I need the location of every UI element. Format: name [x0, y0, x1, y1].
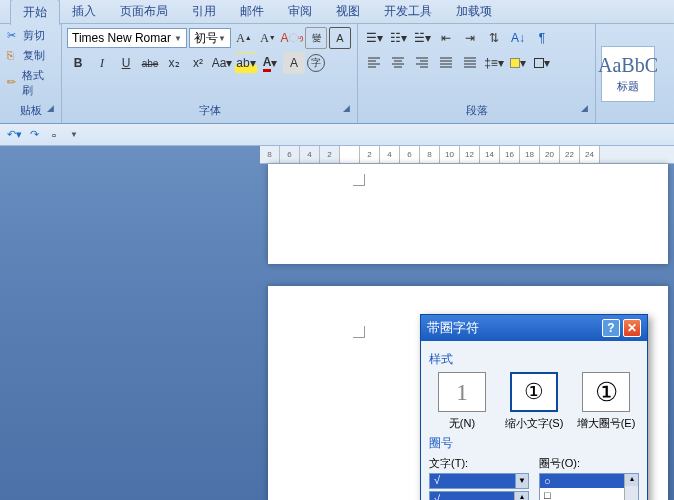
group-styles: AaBbC 标题 [596, 24, 674, 123]
sort-button[interactable]: A↓ [507, 27, 529, 49]
align-justify-button[interactable] [435, 52, 457, 74]
bullets-button[interactable]: ☰▾ [363, 27, 385, 49]
chevron-down-icon[interactable]: ▼ [515, 473, 529, 489]
margin-corner-icon [353, 174, 365, 186]
new-doc-button[interactable]: ▫ [46, 127, 62, 143]
indent-inc-button[interactable]: ⇥ [459, 27, 481, 49]
char-shading-button[interactable]: A [283, 52, 305, 74]
italic-button[interactable]: I [91, 52, 113, 74]
font-color-button[interactable]: A▾ [259, 52, 281, 74]
bold-button[interactable]: B [67, 52, 89, 74]
para-launcher-icon[interactable]: ◢ [581, 103, 588, 113]
enclosed-char-dialog: 带圈字符 ? ✕ 样式 1 无(N) ① 缩小文字(S) ① 增大圈号(E) [420, 314, 648, 500]
style-shrink[interactable]: ① 缩小文字(S) [501, 372, 567, 431]
format-painter-button[interactable]: 格式刷 [5, 67, 56, 99]
ribbon-tabs: 开始 插入 页面布局 引用 邮件 审阅 视图 开发工具 加载项 [0, 0, 674, 24]
change-case-button[interactable]: Aa▾ [211, 52, 233, 74]
style-label: 标题 [617, 79, 639, 94]
font-launcher-icon[interactable]: ◢ [343, 103, 350, 113]
font-size-select[interactable]: 初号▼ [189, 28, 231, 48]
enclosure-field-label: 圈号(O): [539, 456, 639, 471]
scissors-icon [7, 29, 21, 43]
dialog-title: 带圈字符 [427, 319, 479, 337]
workspace: 8 6 4 2 2 4 6 8 10 12 14 16 18 20 22 24 … [0, 146, 674, 500]
clipboard-launcher-icon[interactable]: ◢ [47, 103, 54, 113]
margin-corner-icon [353, 326, 365, 338]
style-shrink-glyph: ① [510, 372, 558, 412]
group-paragraph-title: 段落◢ [363, 101, 590, 120]
style-none[interactable]: 1 无(N) [429, 372, 495, 431]
shrink-font-button[interactable]: A▼ [257, 27, 279, 49]
numbering-button[interactable]: ☷▾ [387, 27, 409, 49]
tab-layout[interactable]: 页面布局 [108, 0, 180, 24]
tab-home[interactable]: 开始 [10, 0, 60, 25]
subscript-button[interactable]: x₂ [163, 52, 185, 74]
line-spacing-button[interactable]: ‡≡▾ [483, 52, 505, 74]
align-distrib-button[interactable] [459, 52, 481, 74]
style-sample: AaBbC [598, 54, 658, 77]
close-button[interactable]: ✕ [623, 319, 641, 337]
undo-button[interactable]: ↶▾ [6, 127, 22, 143]
tab-mail[interactable]: 邮件 [228, 0, 276, 24]
copy-icon [7, 49, 21, 63]
text-listbox[interactable]: √ 1 A ▴▾ [429, 491, 529, 500]
copy-label: 复制 [23, 48, 45, 63]
tab-addins[interactable]: 加载项 [444, 0, 504, 24]
group-paragraph: ☰▾ ☷▾ ☱▾ ⇤ ⇥ ⇅ A↓ ¶ ‡≡▾ ▾ ▾ 段落◢ [358, 24, 596, 123]
qat-more-button[interactable]: ▼ [66, 127, 82, 143]
phonetic-button[interactable]: 變 [305, 27, 327, 49]
tab-insert[interactable]: 插入 [60, 0, 108, 24]
shading-button[interactable]: ▾ [507, 52, 529, 74]
text-combo[interactable]: √ ▼ [429, 473, 529, 489]
redo-button[interactable]: ↷ [26, 127, 42, 143]
borders-button[interactable]: ▾ [531, 52, 553, 74]
superscript-button[interactable]: x² [187, 52, 209, 74]
list-item[interactable]: □ [540, 488, 624, 500]
align-center-button[interactable] [387, 52, 409, 74]
cut-button[interactable]: 剪切 [5, 27, 56, 44]
scrollbar[interactable]: ▴▾ [624, 474, 638, 500]
align-left-button[interactable] [363, 52, 385, 74]
show-marks-button[interactable]: ¶ [531, 27, 553, 49]
tab-ref[interactable]: 引用 [180, 0, 228, 24]
style-enlarge-label: 增大圈号(E) [573, 416, 639, 431]
page-1[interactable] [268, 164, 668, 264]
tab-review[interactable]: 审阅 [276, 0, 324, 24]
style-enlarge[interactable]: ① 增大圈号(E) [573, 372, 639, 431]
sort-asc-button[interactable]: ⇅ [483, 27, 505, 49]
multilevel-button[interactable]: ☱▾ [411, 27, 433, 49]
copy-button[interactable]: 复制 [5, 47, 56, 64]
font-family-select[interactable]: Times New Romar▼ [67, 28, 187, 48]
style-section-label: 样式 [429, 351, 639, 368]
tab-dev[interactable]: 开发工具 [372, 0, 444, 24]
quick-access-toolbar: ↶▾ ↷ ▫ ▼ [0, 124, 674, 146]
underline-button[interactable]: U [115, 52, 137, 74]
style-enlarge-glyph: ① [582, 372, 630, 412]
style-shrink-label: 缩小文字(S) [501, 416, 567, 431]
ruler[interactable]: 8 6 4 2 2 4 6 8 10 12 14 16 18 20 22 24 [260, 146, 674, 164]
list-item[interactable]: ○ [540, 474, 624, 488]
indent-dec-button[interactable]: ⇤ [435, 27, 457, 49]
dialog-titlebar[interactable]: 带圈字符 ? ✕ [421, 315, 647, 341]
list-item[interactable]: √ [430, 492, 514, 500]
strike-button[interactable]: abe [139, 52, 161, 74]
style-heading[interactable]: AaBbC 标题 [601, 46, 655, 102]
group-font-title: 字体◢ [67, 101, 352, 120]
text-field-label: 文字(T): [429, 456, 529, 471]
brush-icon [7, 76, 20, 90]
align-right-button[interactable] [411, 52, 433, 74]
tab-view[interactable]: 视图 [324, 0, 372, 24]
style-none-label: 无(N) [429, 416, 495, 431]
help-button[interactable]: ? [602, 319, 620, 337]
enclosed-char-button[interactable]: 字 [307, 54, 325, 72]
grow-font-button[interactable]: A▲ [233, 27, 255, 49]
highlight-button[interactable]: ab▾ [235, 52, 257, 74]
text-combo-input[interactable]: √ [429, 473, 515, 489]
cut-label: 剪切 [23, 28, 45, 43]
group-clipboard: 剪切 复制 格式刷 贴板◢ [0, 24, 62, 123]
clear-format-button[interactable]: Aෟ [281, 27, 303, 49]
scrollbar[interactable]: ▴▾ [514, 492, 528, 500]
enclosure-listbox[interactable]: ○ □ △ ◇ ▴▾ [539, 473, 639, 500]
char-border-button[interactable]: A [329, 27, 351, 49]
enclosure-section-label: 圈号 [429, 435, 639, 452]
